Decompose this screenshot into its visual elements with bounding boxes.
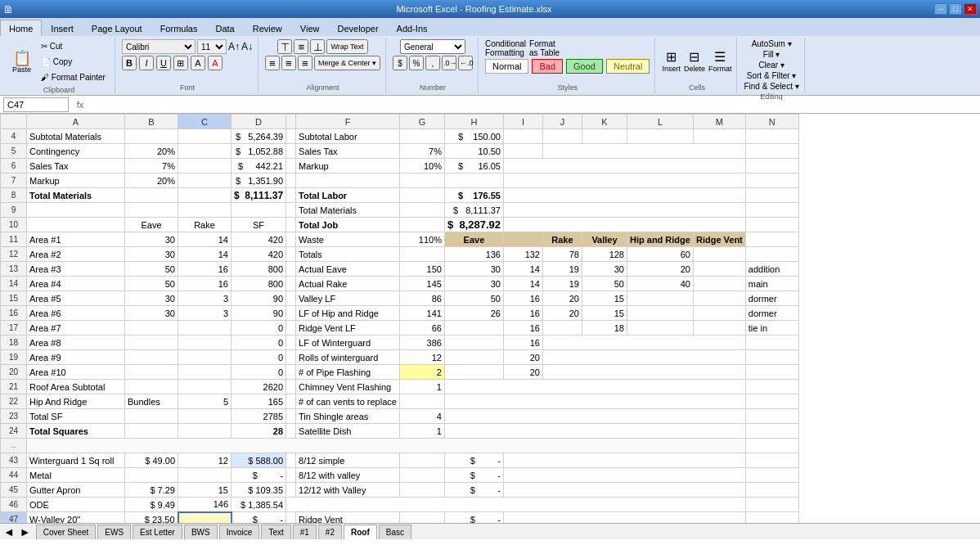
cell-K12[interactable]: 128: [582, 247, 627, 262]
cell-G19[interactable]: 12: [399, 350, 444, 365]
font-color-button[interactable]: A: [208, 56, 223, 70]
cell-D8[interactable]: $ 8,111.37: [232, 188, 286, 203]
border-button[interactable]: ⊞: [173, 56, 188, 70]
col-header-H[interactable]: H: [444, 115, 503, 129]
cell-D46[interactable]: $ 1,385.54: [232, 498, 286, 512]
cell-G10[interactable]: [399, 218, 444, 232]
cell-D47[interactable]: $ -: [232, 512, 286, 524]
sheet-tab-text[interactable]: Text: [261, 525, 290, 539]
cell-C44[interactable]: [178, 468, 232, 483]
cell-F4[interactable]: Subtotal Labor: [296, 129, 400, 144]
underline-button[interactable]: U: [156, 56, 171, 70]
percent-button[interactable]: %: [409, 56, 424, 70]
align-center-button[interactable]: ≡: [281, 56, 296, 70]
cell-K15[interactable]: 15: [582, 291, 627, 306]
cell-I5[interactable]: [503, 144, 542, 159]
cell-H18[interactable]: [444, 336, 503, 350]
cell-F19[interactable]: Rolls of winterguard: [296, 350, 400, 365]
cell-C22[interactable]: 5: [178, 394, 232, 409]
sheet-tab-cover[interactable]: Cover Sheet: [36, 525, 97, 539]
cell-N47[interactable]: [745, 512, 798, 524]
cell-B11[interactable]: 30: [125, 232, 178, 247]
cell-I6[interactable]: [503, 159, 745, 173]
cell-E19[interactable]: [286, 350, 296, 365]
autosum-label[interactable]: AutoSum ▾: [752, 39, 792, 48]
cell-E18[interactable]: [286, 336, 296, 350]
cell-N16[interactable]: dormer: [745, 306, 798, 321]
cell-C7[interactable]: [178, 173, 232, 188]
col-header-G[interactable]: G: [399, 115, 444, 129]
cell-A44[interactable]: Metal: [27, 468, 125, 483]
cell-F15[interactable]: Valley LF: [296, 291, 400, 306]
cell-J14[interactable]: 19: [542, 277, 582, 291]
cell-C6[interactable]: [178, 159, 232, 173]
sheet-tab-1[interactable]: #1: [293, 525, 317, 539]
cell-I19[interactable]: 20: [503, 350, 542, 365]
cell-L15[interactable]: [627, 291, 693, 306]
currency-button[interactable]: $: [393, 56, 407, 70]
col-header-I[interactable]: I: [503, 115, 542, 129]
cell-I47[interactable]: [503, 512, 745, 524]
cell-G13[interactable]: 150: [399, 262, 444, 277]
cell-I15[interactable]: 16: [503, 291, 542, 306]
col-header-C[interactable]: C: [178, 115, 232, 129]
cell-N43[interactable]: [745, 453, 798, 468]
align-top-button[interactable]: ⊤: [277, 39, 292, 54]
cell-G21[interactable]: 1: [399, 380, 444, 394]
cell-C43[interactable]: 12: [178, 453, 232, 468]
cell-G14[interactable]: 145: [399, 277, 444, 291]
cell-F13[interactable]: Actual Eave: [296, 262, 400, 277]
cell-F7[interactable]: [296, 173, 400, 188]
tab-review[interactable]: Review: [244, 20, 291, 36]
cell-A18[interactable]: Area #8: [27, 336, 125, 350]
cell-H44[interactable]: $ -: [444, 468, 503, 483]
cell-C15[interactable]: 3: [178, 291, 232, 306]
cell-D45[interactable]: $ 109.35: [232, 483, 286, 498]
increase-decimal-button[interactable]: .0→: [442, 56, 456, 70]
sheet-tab-bws[interactable]: BWS: [184, 525, 218, 539]
col-header-F[interactable]: F: [296, 115, 400, 129]
cell-K16[interactable]: 15: [582, 306, 627, 321]
clear-label[interactable]: Clear ▾: [758, 61, 784, 70]
cell-C4[interactable]: [178, 129, 232, 144]
cell-N24[interactable]: [745, 424, 798, 439]
cell-J5[interactable]: [542, 144, 745, 159]
cell-empty-rows[interactable]: [27, 439, 746, 453]
cell-C23[interactable]: [178, 409, 232, 424]
cell-N6[interactable]: [745, 159, 798, 173]
cell-E22[interactable]: [286, 394, 296, 409]
cell-B10[interactable]: Eave: [125, 218, 178, 232]
cell-F20[interactable]: # of Pipe Flashing: [296, 365, 400, 380]
font-size-select[interactable]: 11: [197, 39, 227, 54]
bold-button[interactable]: B: [122, 56, 137, 70]
cell-A23[interactable]: Total SF: [27, 409, 125, 424]
cell-E10[interactable]: [286, 218, 296, 232]
font-name-select[interactable]: Calibri: [122, 39, 196, 54]
cell-A19[interactable]: Area #9: [27, 350, 125, 365]
cell-F9[interactable]: Total Materials: [296, 203, 400, 218]
cell-B23[interactable]: [125, 409, 178, 424]
cell-G47[interactable]: [399, 512, 444, 524]
cell-I44[interactable]: [503, 468, 745, 483]
cell-F11[interactable]: Waste: [296, 232, 400, 247]
cell-H20[interactable]: [444, 365, 503, 380]
cell-A7[interactable]: Markup: [27, 173, 125, 188]
cell-A21[interactable]: Roof Area Subtotal: [27, 380, 125, 394]
cell-G45[interactable]: [399, 483, 444, 498]
cell-E45[interactable]: [286, 483, 296, 498]
cell-E17[interactable]: [286, 321, 296, 336]
cell-E15[interactable]: [286, 291, 296, 306]
cell-E24[interactable]: [286, 424, 296, 439]
cell-K4[interactable]: [582, 129, 627, 144]
cell-D43[interactable]: $ 588.00: [232, 453, 286, 468]
cell-B19[interactable]: [125, 350, 178, 365]
cell-E6[interactable]: [286, 159, 296, 173]
sheet-tab-roof[interactable]: Roof: [344, 525, 377, 539]
cell-N8[interactable]: [745, 188, 798, 203]
col-header-J[interactable]: J: [542, 115, 582, 129]
cell-N19[interactable]: [745, 350, 798, 365]
cell-K14[interactable]: 50: [582, 277, 627, 291]
cell-H21[interactable]: [444, 380, 745, 394]
cell-C10[interactable]: Rake: [178, 218, 232, 232]
cell-F10[interactable]: Total Job: [296, 218, 400, 232]
